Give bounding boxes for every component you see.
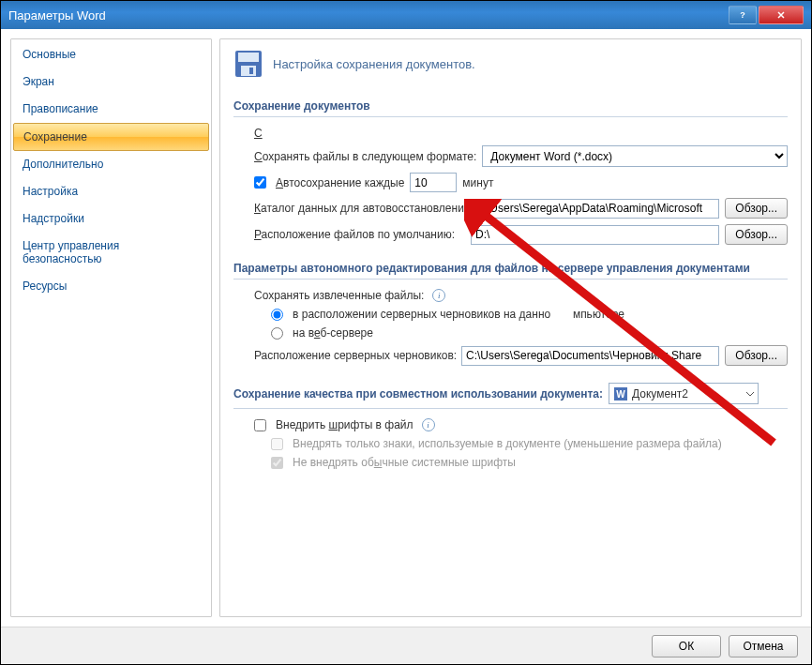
options-dialog: Параметры Word ? Основные Экран Правопис… bbox=[0, 0, 812, 665]
browse-server-drafts-button[interactable]: Обзор... bbox=[725, 345, 788, 366]
chevron-down-icon bbox=[746, 390, 754, 398]
autosave-checkbox[interactable] bbox=[254, 176, 266, 189]
drafts-local-label: в расположении серверных черновиков на д… bbox=[293, 308, 624, 321]
titlebar: Параметры Word ? bbox=[1, 1, 811, 29]
dont-embed-system-label: Не внедрять обычные системные шрифты bbox=[293, 456, 516, 469]
drafts-web-label: на веб-сервере bbox=[293, 326, 373, 340]
svg-rect-2 bbox=[238, 53, 259, 62]
browse-default-location-button[interactable]: Обзор... bbox=[725, 224, 788, 245]
embed-fonts-label: Внедрить шрифты в файл bbox=[276, 418, 414, 431]
document-select[interactable]: W Документ2 bbox=[609, 383, 759, 404]
sidebar-item-trust-center[interactable]: Центр управления безопасностью bbox=[13, 233, 209, 273]
autosave-unit: минут bbox=[462, 176, 493, 189]
dialog-footer: ОК Отмена bbox=[1, 627, 811, 664]
autosave-minutes-input[interactable] bbox=[410, 173, 457, 192]
server-drafts-label: Расположение серверных черновиков: bbox=[254, 349, 456, 362]
ok-button[interactable]: ОК bbox=[652, 635, 721, 657]
save-format-label: Сохранять файлы в следующем формате: bbox=[254, 150, 476, 163]
default-location-input[interactable] bbox=[471, 225, 719, 245]
default-location-label: Расположение файлов по умолчанию: bbox=[254, 228, 465, 241]
sidebar-item-proofing[interactable]: Правописание bbox=[13, 96, 209, 123]
sidebar-item-resources[interactable]: Ресурсы bbox=[13, 273, 209, 300]
section-save-documents: Сохранение документов bbox=[233, 96, 788, 117]
save-format-label: С bbox=[254, 127, 263, 140]
window-title: Параметры Word bbox=[8, 8, 727, 23]
svg-text:?: ? bbox=[740, 10, 745, 20]
keep-extracted-label: Сохранять извлеченные файлы: bbox=[254, 289, 424, 302]
autosave-label: Автосохранение каждые bbox=[276, 176, 404, 189]
sidebar-item-save[interactable]: Сохранение bbox=[13, 123, 209, 151]
page-header: Настройка сохранения документов. bbox=[273, 57, 475, 71]
dont-embed-system-checkbox bbox=[271, 457, 283, 469]
info-icon[interactable]: i bbox=[422, 418, 435, 431]
close-button[interactable] bbox=[759, 6, 804, 24]
svg-rect-4 bbox=[249, 68, 253, 74]
settings-pane: Настройка сохранения документов. Сохране… bbox=[219, 38, 802, 617]
section-offline-editing: Параметры автономного редактирования для… bbox=[233, 258, 788, 280]
section-preserve-fidelity: Сохранение качества при совместном испол… bbox=[233, 379, 788, 409]
sidebar-item-customize[interactable]: Настройка bbox=[13, 178, 209, 205]
sidebar-item-addins[interactable]: Надстройки bbox=[13, 205, 209, 233]
drafts-web-radio[interactable] bbox=[271, 327, 283, 340]
sidebar-item-display[interactable]: Экран bbox=[13, 68, 209, 96]
browse-autorecover-button[interactable]: Обзор... bbox=[725, 198, 788, 219]
word-doc-icon: W bbox=[613, 386, 628, 401]
server-drafts-input[interactable] bbox=[461, 346, 719, 366]
autorecover-path-input[interactable] bbox=[471, 199, 719, 219]
help-button[interactable]: ? bbox=[729, 6, 757, 24]
embed-only-used-label: Внедрять только знаки, используемые в до… bbox=[293, 437, 722, 450]
embed-only-used-checkbox bbox=[271, 438, 283, 450]
category-sidebar: Основные Экран Правописание Сохранение Д… bbox=[10, 38, 212, 617]
save-disk-icon bbox=[233, 49, 263, 79]
save-format-select[interactable]: Документ Word (*.docx) bbox=[482, 145, 788, 167]
svg-text:W: W bbox=[616, 389, 625, 400]
autorecover-path-label: Каталог данных для автовосстановления: bbox=[254, 202, 465, 215]
svg-rect-3 bbox=[241, 66, 256, 76]
drafts-local-radio[interactable] bbox=[271, 309, 283, 321]
sidebar-item-advanced[interactable]: Дополнительно bbox=[13, 151, 209, 178]
sidebar-item-general[interactable]: Основные bbox=[13, 41, 209, 68]
info-icon[interactable]: i bbox=[432, 289, 445, 302]
cancel-button[interactable]: Отмена bbox=[729, 635, 798, 657]
embed-fonts-checkbox[interactable] bbox=[254, 419, 266, 431]
